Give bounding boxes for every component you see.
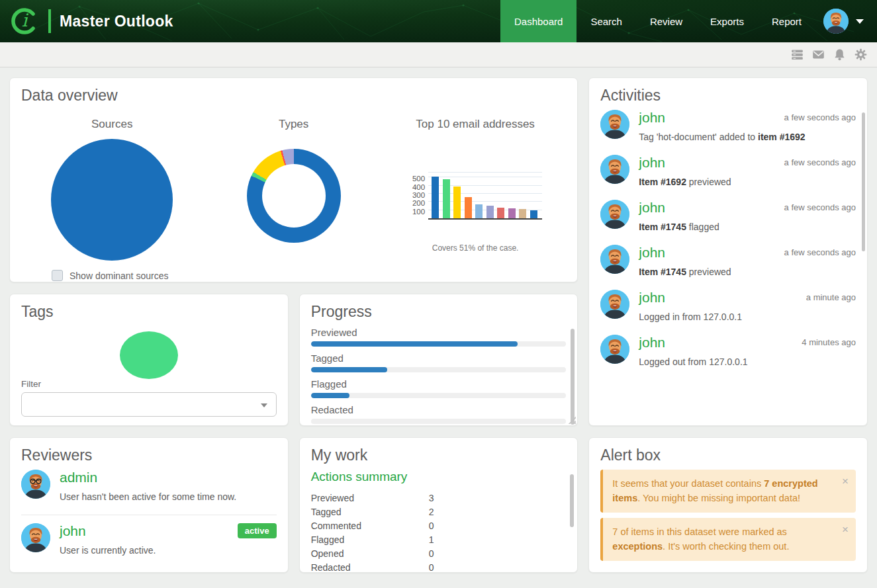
progress-bar-previewed	[311, 341, 567, 347]
bar	[486, 206, 494, 218]
reviewer-user-link[interactable]: john	[60, 523, 86, 539]
svg-text:i: i	[22, 10, 29, 30]
avatar	[600, 290, 629, 319]
progress-label: Flagged	[311, 378, 567, 390]
table-row: Flagged1	[311, 532, 434, 546]
gear-icon[interactable]	[854, 48, 867, 61]
reviewer-status-text: User hasn't been active for some time no…	[60, 491, 277, 502]
avatar	[600, 155, 629, 184]
top-navbar: i Master Outlook Dashboard Search Review…	[0, 0, 877, 42]
panel-title: Data overview	[21, 87, 566, 105]
progress-fill	[311, 393, 349, 398]
main-nav: Dashboard Search Review Exports Report	[500, 0, 877, 42]
avatar	[600, 245, 629, 274]
activity-user-link[interactable]: john	[639, 245, 665, 261]
nav-tab-search[interactable]: Search	[577, 0, 636, 42]
activity-item: john a minute ago Logged in from 127.0.0…	[600, 290, 856, 322]
table-row: Opened0	[311, 546, 434, 560]
activity-user-link[interactable]: john	[639, 335, 665, 351]
alert-warning: 7 of items in this dataset were marked a…	[600, 518, 856, 561]
bar	[443, 179, 450, 218]
sources-chart-column: Sources Show dominant sources	[21, 110, 203, 281]
resize-handle[interactable]	[567, 415, 576, 424]
filter-label: Filter	[21, 379, 277, 389]
activity-message: Logged out from 127.0.0.1	[639, 357, 856, 367]
panel-title: My work	[311, 446, 567, 464]
progress-bar-flagged	[311, 393, 567, 398]
table-row: Redacted0	[311, 560, 434, 573]
bar	[519, 209, 526, 218]
activity-timestamp: a few seconds ago	[784, 110, 856, 122]
mail-icon[interactable]	[812, 48, 825, 61]
reviewer-user-link[interactable]: admin	[60, 470, 97, 485]
secondary-toolbar	[0, 42, 877, 67]
avatar	[600, 335, 629, 364]
panel-title: Activities	[600, 87, 856, 105]
divider	[21, 515, 277, 515]
activity-user-link[interactable]: john	[639, 200, 665, 216]
reviewer-item: admin User hasn't been active for some t…	[21, 470, 277, 502]
bar	[465, 197, 472, 218]
activity-message: Tag 'hot-document' added to item #1692	[639, 132, 856, 142]
brand-logo[interactable]: i Master Outlook	[0, 0, 173, 42]
bar	[475, 204, 483, 218]
scrollbar-thumb[interactable]	[571, 329, 575, 425]
close-icon[interactable]: ×	[842, 524, 849, 535]
panel-my-work: My work Actions summary Previewed3 Tagge…	[299, 437, 578, 573]
tags-bubble	[120, 331, 178, 379]
avatar	[600, 110, 629, 139]
tags-filter-select[interactable]	[21, 392, 277, 417]
progress-bar-redacted	[311, 419, 567, 424]
progress-fill	[311, 341, 518, 347]
table-row: Commented0	[311, 519, 434, 532]
activity-user-link[interactable]: john	[639, 155, 665, 171]
types-chart-column: Types	[203, 110, 384, 281]
nav-tab-dashboard[interactable]: Dashboard	[500, 0, 577, 42]
app-title: Master Outlook	[60, 13, 173, 30]
panel-title: Tags	[21, 303, 277, 321]
nav-tab-report[interactable]: Report	[758, 0, 815, 42]
nav-tab-review[interactable]: Review	[636, 0, 696, 42]
bell-icon[interactable]	[833, 48, 846, 61]
nav-tab-exports[interactable]: Exports	[696, 0, 758, 42]
reviewer-status-text: User is currently active.	[60, 545, 277, 556]
activity-item: john a few seconds ago Tag 'hot-document…	[600, 110, 856, 142]
panel-reviewers: Reviewers admin User hasn't been active …	[9, 437, 289, 573]
activity-message: Item #1745 previewed	[639, 267, 856, 277]
panel-title: Alert box	[600, 446, 856, 464]
top10-footnote: Covers 51% of the case.	[385, 243, 566, 253]
show-dominant-sources-checkbox[interactable]	[52, 270, 63, 281]
user-menu[interactable]	[815, 0, 877, 42]
dashboard-grid: Data overview Sources Show dominant sour…	[0, 67, 877, 583]
activity-timestamp: a few seconds ago	[784, 200, 856, 212]
panel-title: Progress	[311, 303, 567, 321]
activity-user-link[interactable]: john	[639, 290, 665, 306]
table-row: Previewed3	[311, 491, 434, 505]
actions-summary-table: Previewed3 Tagged2 Commented0 Flagged1 O…	[311, 491, 434, 573]
bar	[432, 177, 439, 218]
sources-chart-title: Sources	[21, 118, 203, 131]
top10-plot	[428, 172, 542, 220]
bar	[530, 210, 537, 218]
activity-timestamp: 4 minutes ago	[802, 335, 856, 347]
panel-alert-box: Alert box It seems that your dataset con…	[588, 437, 868, 573]
chevron-down-icon	[261, 403, 267, 407]
top10-ticks: 100200300400500	[408, 172, 428, 220]
activity-timestamp: a few seconds ago	[784, 155, 856, 167]
panel-progress: Progress Previewed Tagged Flagged Redact…	[299, 294, 578, 426]
activity-item: john a few seconds ago Item #1745 previe…	[600, 245, 856, 277]
panel-activities: Activities john a few seconds ago Tag 'h…	[588, 77, 868, 426]
scrollbar-thumb[interactable]	[570, 474, 574, 527]
sources-pie	[51, 139, 173, 261]
close-icon[interactable]: ×	[842, 476, 849, 487]
queue-icon[interactable]	[791, 48, 804, 61]
types-chart-title: Types	[203, 118, 384, 131]
chevron-down-icon	[856, 19, 864, 24]
progress-bar-tagged	[311, 367, 567, 372]
panel-data-overview: Data overview Sources Show dominant sour…	[9, 77, 578, 282]
user-avatar	[823, 9, 849, 34]
activity-user-link[interactable]: john	[639, 110, 665, 126]
activity-timestamp: a minute ago	[806, 290, 856, 302]
activity-timestamp: a few seconds ago	[784, 245, 856, 257]
scrollbar-thumb[interactable]	[862, 112, 865, 251]
